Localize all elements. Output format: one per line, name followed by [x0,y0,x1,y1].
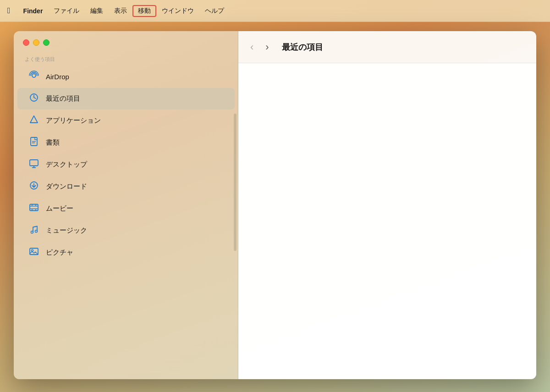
sidebar-item-pictures[interactable]: ピクチャ [17,242,235,263]
sidebar-item-desktop-label: デスクトップ [46,160,87,169]
movies-icon [28,202,39,215]
sidebar-item-music[interactable]: ミュージック [17,220,235,241]
sidebar-item-applications[interactable]: アプリケーション [17,110,235,131]
sidebar-item-applications-label: アプリケーション [46,116,101,125]
close-button[interactable] [23,39,29,46]
sidebar-section-label: よく使う項目 [14,52,238,65]
main-content: ‹ › 最近の項目 [238,31,536,379]
svg-point-18 [35,230,38,233]
menubar-item-help[interactable]: ヘルプ [199,5,230,17]
finder-window: よく使う項目 AirDrop 最近の項目 [14,31,536,379]
toolbar-title: 最近の項目 [282,42,323,53]
minimize-button[interactable] [33,39,39,46]
sidebar-item-recents-label: 最近の項目 [46,94,80,103]
sidebar-item-airdrop-label: AirDrop [46,73,69,81]
applications-icon [28,114,39,127]
sidebar-item-recents[interactable]: 最近の項目 [17,88,235,109]
forward-button[interactable]: › [263,39,271,55]
back-button[interactable]: ‹ [248,39,256,55]
traffic-lights [14,31,238,52]
music-icon [28,224,39,237]
menubar-item-view[interactable]: 表示 [109,5,132,17]
sidebar: よく使う項目 AirDrop 最近の項目 [14,31,238,379]
svg-point-17 [31,231,33,234]
svg-point-20 [32,250,33,251]
sidebar-item-documents-label: 書類 [46,138,60,147]
sidebar-item-movies[interactable]: ムービー [17,198,235,219]
airdrop-icon [28,71,39,83]
sidebar-item-documents[interactable]: 書類 [17,132,235,153]
svg-point-0 [32,74,36,77]
svg-rect-5 [30,160,38,166]
desktop-icon [28,158,39,171]
sidebar-item-desktop[interactable]: デスクトップ [17,154,235,175]
sidebar-item-pictures-label: ピクチャ [46,248,73,257]
menubar-item-file[interactable]: ファイル [48,5,85,17]
apple-menu[interactable]:  [7,6,11,16]
toolbar: ‹ › 最近の項目 [238,31,536,63]
sidebar-item-music-label: ミュージック [46,226,87,235]
sidebar-item-movies-label: ムービー [46,204,73,213]
menubar-item-go[interactable]: 移動 [132,5,156,17]
sidebar-scrollbar[interactable] [234,114,236,251]
sidebar-item-airdrop[interactable]: AirDrop [17,66,235,87]
sidebar-item-downloads[interactable]: ダウンロード [17,176,235,197]
menubar:  Finder ファイル 編集 表示 移動 ウインドウ ヘルプ [0,0,550,22]
content-area [238,63,536,379]
menubar-item-edit[interactable]: 編集 [85,5,109,17]
fullscreen-button[interactable] [43,39,50,46]
downloads-icon [28,180,39,193]
recents-icon [28,93,39,105]
documents-icon [28,136,39,149]
sidebar-item-downloads-label: ダウンロード [46,182,87,191]
svg-rect-10 [30,204,38,211]
menubar-item-finder[interactable]: Finder [18,5,49,16]
menubar-item-window[interactable]: ウインドウ [156,5,199,17]
pictures-icon [28,246,39,259]
